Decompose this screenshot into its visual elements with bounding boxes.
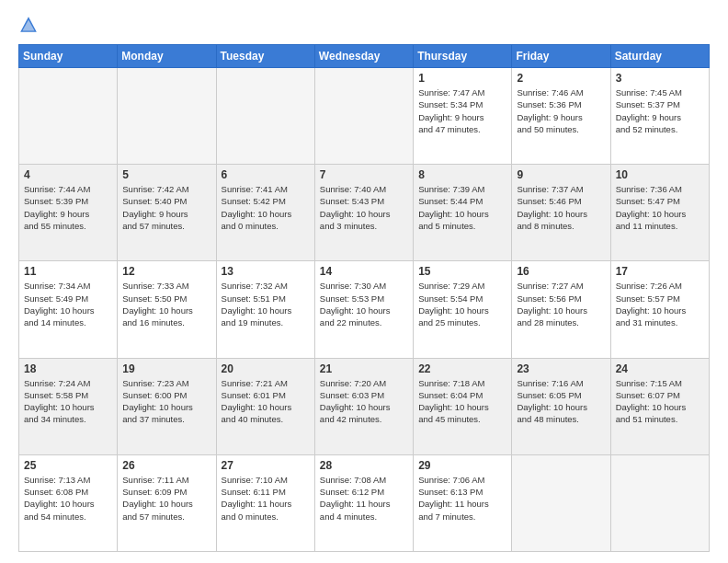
calendar-cell: 26Sunrise: 7:11 AMSunset: 6:09 PMDayligh… [118,454,216,551]
day-number: 9 [517,168,605,181]
day-number: 21 [320,362,408,375]
day-number: 7 [320,168,408,181]
day-info: Sunrise: 7:26 AMSunset: 5:57 PMDaylight:… [616,280,704,328]
day-number: 2 [517,72,605,85]
day-info: Sunrise: 7:41 AMSunset: 5:42 PMDaylight:… [222,183,310,232]
calendar-cell: 3Sunrise: 7:45 AMSunset: 5:37 PMDaylight… [610,68,709,165]
day-info: Sunrise: 7:45 AMSunset: 5:37 PMDaylight:… [616,86,704,135]
calendar-cell: 13Sunrise: 7:32 AMSunset: 5:51 PMDayligh… [216,261,314,358]
calendar-cell: 23Sunrise: 7:16 AMSunset: 6:05 PMDayligh… [512,358,610,454]
day-number: 14 [320,265,408,278]
calendar-cell: 17Sunrise: 7:26 AMSunset: 5:57 PMDayligh… [610,261,709,358]
calendar: SundayMondayTuesdayWednesdayThursdayFrid… [18,44,710,552]
day-info: Sunrise: 7:16 AMSunset: 6:05 PMDaylight:… [517,377,605,426]
day-number: 15 [418,265,506,278]
calendar-cell: 11Sunrise: 7:34 AMSunset: 5:49 PMDayligh… [19,261,118,358]
day-number: 12 [122,265,210,278]
day-info: Sunrise: 7:06 AMSunset: 6:13 PMDaylight:… [418,474,506,523]
calendar-day-header: Saturday [610,45,709,68]
calendar-cell: 27Sunrise: 7:10 AMSunset: 6:11 PMDayligh… [216,454,314,551]
day-info: Sunrise: 7:27 AMSunset: 5:56 PMDaylight:… [517,280,605,328]
calendar-week-row: 18Sunrise: 7:24 AMSunset: 5:58 PMDayligh… [19,358,710,454]
calendar-cell: 22Sunrise: 7:18 AMSunset: 6:04 PMDayligh… [414,358,512,454]
calendar-cell [118,68,216,165]
day-number: 16 [517,265,605,278]
day-number: 28 [320,459,408,472]
calendar-day-header: Sunday [19,45,118,68]
day-info: Sunrise: 7:32 AMSunset: 5:51 PMDaylight:… [222,280,310,328]
calendar-cell: 9Sunrise: 7:37 AMSunset: 5:46 PMDaylight… [512,165,610,261]
day-number: 8 [418,168,506,181]
day-info: Sunrise: 7:46 AMSunset: 5:36 PMDaylight:… [517,86,605,135]
day-number: 11 [24,265,112,278]
calendar-cell: 28Sunrise: 7:08 AMSunset: 6:12 PMDayligh… [314,454,413,551]
calendar-day-header: Thursday [414,45,512,68]
day-number: 18 [24,362,112,375]
calendar-header-row: SundayMondayTuesdayWednesdayThursdayFrid… [19,45,710,68]
day-info: Sunrise: 7:34 AMSunset: 5:49 PMDaylight:… [24,280,112,328]
day-info: Sunrise: 7:39 AMSunset: 5:44 PMDaylight:… [418,183,506,232]
calendar-cell: 6Sunrise: 7:41 AMSunset: 5:42 PMDaylight… [216,165,314,261]
day-number: 27 [222,459,310,472]
day-info: Sunrise: 7:40 AMSunset: 5:43 PMDaylight:… [320,183,408,232]
day-number: 20 [222,362,310,375]
day-info: Sunrise: 7:20 AMSunset: 6:03 PMDaylight:… [320,377,408,426]
day-number: 5 [122,168,210,181]
calendar-cell: 16Sunrise: 7:27 AMSunset: 5:56 PMDayligh… [512,261,610,358]
day-info: Sunrise: 7:33 AMSunset: 5:50 PMDaylight:… [122,280,210,328]
calendar-cell: 25Sunrise: 7:13 AMSunset: 6:08 PMDayligh… [19,454,118,551]
calendar-cell [314,68,413,165]
day-info: Sunrise: 7:37 AMSunset: 5:46 PMDaylight:… [517,183,605,232]
day-number: 19 [122,362,210,375]
day-info: Sunrise: 7:29 AMSunset: 5:54 PMDaylight:… [418,280,506,328]
day-info: Sunrise: 7:18 AMSunset: 6:04 PMDaylight:… [418,377,506,426]
day-number: 22 [418,362,506,375]
calendar-cell: 7Sunrise: 7:40 AMSunset: 5:43 PMDaylight… [314,165,413,261]
calendar-cell: 5Sunrise: 7:42 AMSunset: 5:40 PMDaylight… [118,165,216,261]
day-number: 24 [616,362,704,375]
calendar-day-header: Friday [512,45,610,68]
day-number: 26 [122,459,210,472]
day-info: Sunrise: 7:23 AMSunset: 6:00 PMDaylight:… [122,377,210,426]
calendar-day-header: Tuesday [216,45,314,68]
day-info: Sunrise: 7:42 AMSunset: 5:40 PMDaylight:… [122,183,210,232]
day-number: 6 [222,168,310,181]
calendar-cell: 24Sunrise: 7:15 AMSunset: 6:07 PMDayligh… [610,358,709,454]
calendar-week-row: 25Sunrise: 7:13 AMSunset: 6:08 PMDayligh… [19,454,710,551]
day-number: 1 [418,72,506,85]
day-info: Sunrise: 7:47 AMSunset: 5:34 PMDaylight:… [418,86,506,135]
day-info: Sunrise: 7:30 AMSunset: 5:53 PMDaylight:… [320,280,408,328]
calendar-week-row: 1Sunrise: 7:47 AMSunset: 5:34 PMDaylight… [19,68,710,165]
calendar-cell: 29Sunrise: 7:06 AMSunset: 6:13 PMDayligh… [414,454,512,551]
day-number: 17 [616,265,704,278]
day-info: Sunrise: 7:21 AMSunset: 6:01 PMDaylight:… [222,377,310,426]
calendar-cell [512,454,610,551]
calendar-cell: 1Sunrise: 7:47 AMSunset: 5:34 PMDaylight… [414,68,512,165]
day-number: 29 [418,459,506,472]
day-number: 4 [24,168,112,181]
calendar-day-header: Wednesday [314,45,413,68]
day-info: Sunrise: 7:15 AMSunset: 6:07 PMDaylight:… [616,377,704,426]
calendar-cell: 4Sunrise: 7:44 AMSunset: 5:39 PMDaylight… [19,165,118,261]
day-info: Sunrise: 7:11 AMSunset: 6:09 PMDaylight:… [122,474,210,523]
logo-icon [18,15,39,35]
calendar-day-header: Monday [118,45,216,68]
calendar-cell: 15Sunrise: 7:29 AMSunset: 5:54 PMDayligh… [414,261,512,358]
calendar-week-row: 11Sunrise: 7:34 AMSunset: 5:49 PMDayligh… [19,261,710,358]
calendar-week-row: 4Sunrise: 7:44 AMSunset: 5:39 PMDaylight… [19,165,710,261]
day-number: 13 [222,265,310,278]
calendar-cell: 21Sunrise: 7:20 AMSunset: 6:03 PMDayligh… [314,358,413,454]
calendar-cell [216,68,314,165]
calendar-cell: 2Sunrise: 7:46 AMSunset: 5:36 PMDaylight… [512,68,610,165]
calendar-cell: 20Sunrise: 7:21 AMSunset: 6:01 PMDayligh… [216,358,314,454]
calendar-cell: 8Sunrise: 7:39 AMSunset: 5:44 PMDaylight… [414,165,512,261]
calendar-cell: 10Sunrise: 7:36 AMSunset: 5:47 PMDayligh… [610,165,709,261]
day-number: 10 [616,168,704,181]
day-number: 3 [616,72,704,85]
day-number: 25 [24,459,112,472]
calendar-cell [19,68,118,165]
day-info: Sunrise: 7:08 AMSunset: 6:12 PMDaylight:… [320,474,408,523]
calendar-cell: 18Sunrise: 7:24 AMSunset: 5:58 PMDayligh… [19,358,118,454]
calendar-cell: 12Sunrise: 7:33 AMSunset: 5:50 PMDayligh… [118,261,216,358]
calendar-cell [610,454,709,551]
